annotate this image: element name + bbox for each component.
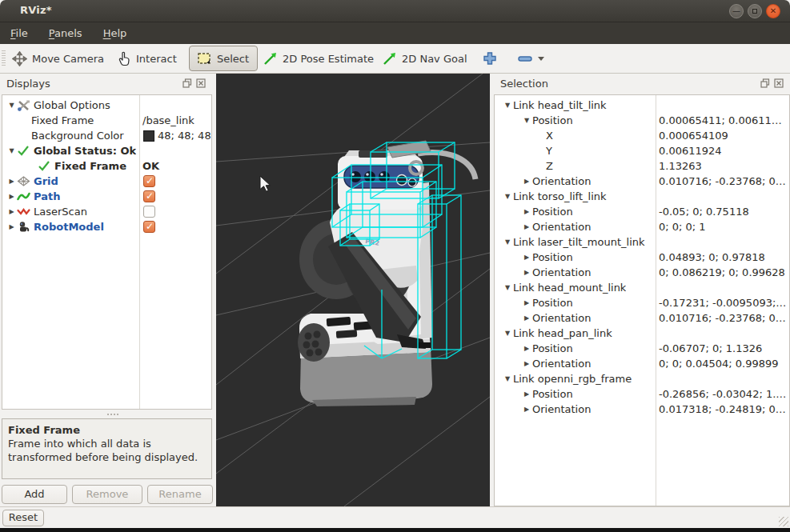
tree-row-position[interactable]: ▶Position-0.05; 0; 0.75118	[495, 204, 789, 219]
expander-icon[interactable]: ▶	[521, 269, 532, 276]
remove-display-button[interactable]: Remove	[72, 485, 142, 504]
add-display-button[interactable]: Add	[2, 485, 67, 504]
tree-row-global-status[interactable]: ▼ Global Status: Ok	[2, 143, 211, 158]
float-panel-icon[interactable]	[760, 78, 770, 88]
tree-row-orientation[interactable]: ▶Orientation0.010716; -0.23768; 0…	[495, 310, 789, 326]
expander-icon[interactable]: ▶	[6, 178, 17, 185]
pose-arrow-icon	[263, 52, 278, 66]
expander-icon[interactable]: ▶	[521, 406, 532, 413]
status-value: OK	[142, 160, 211, 172]
expander-icon[interactable]: ▼	[502, 193, 513, 200]
close-button[interactable]: ✕	[766, 4, 780, 18]
nav-goal-arrow-icon	[383, 52, 397, 66]
expander-icon[interactable]: ▼	[502, 375, 513, 382]
reset-button[interactable]: Reset	[2, 510, 44, 526]
rviz-window: RViz* — ✕ File Panels Help Move Camera	[0, 0, 790, 532]
selection-panel-header[interactable]: Selection	[494, 74, 790, 94]
tree-row-path[interactable]: ▶ Path	[2, 189, 211, 204]
expander-icon[interactable]: ▶	[6, 193, 17, 200]
tree-row-grid[interactable]: ▶ Grid	[2, 174, 211, 189]
tree-row-position[interactable]: ▶Position0.04893; 0; 0.97818	[495, 250, 789, 265]
expander-icon[interactable]: ▶	[6, 208, 17, 215]
robotmodel-enabled-checkbox[interactable]	[143, 221, 155, 233]
expander-icon[interactable]: ▶	[521, 254, 532, 261]
tree-row-robotmodel[interactable]: ▶ RobotModel	[2, 219, 211, 234]
tree-row-link[interactable]: ▼Link laser_tilt_mount_link	[495, 234, 789, 250]
select-tool[interactable]: Select	[189, 46, 258, 71]
expander-icon[interactable]: ▶	[521, 223, 532, 230]
tree-row-link[interactable]: ▼Link openni_rgb_frame	[495, 371, 789, 386]
tree-row-position[interactable]: ▶Position-0.17231; -0.0095093;…	[495, 295, 789, 310]
expander-icon[interactable]: ▼	[502, 330, 513, 337]
tree-row-position[interactable]: ▶Position-0.26856; -0.03042; 1.…	[495, 386, 789, 402]
3d-viewport[interactable]: PR2	[216, 74, 490, 506]
tree-row-position[interactable]: ▶Position-0.06707; 0; 1.1326	[495, 341, 789, 356]
expander-icon[interactable]: ▼	[502, 284, 513, 291]
tree-row-link[interactable]: ▼Link head_mount_link	[495, 280, 789, 295]
close-panel-icon[interactable]	[774, 78, 784, 88]
expander-icon[interactable]: ▶	[521, 390, 532, 398]
maximize-button[interactable]	[748, 4, 762, 18]
expander-icon[interactable]: ▼	[521, 117, 532, 124]
background-color-value[interactable]: 48; 48; 48	[158, 130, 212, 142]
minus-icon	[517, 51, 533, 66]
tree-row-orientation[interactable]: ▶Orientation0; 0; 0.04504; 0.99899	[495, 356, 789, 371]
tree-row-link[interactable]: ▼Link head_tilt_link	[495, 98, 789, 113]
remove-tool-button[interactable]	[517, 44, 544, 73]
expander-icon[interactable]: ▶	[521, 360, 532, 367]
float-panel-icon[interactable]	[182, 78, 192, 88]
grid-display-icon	[17, 175, 31, 188]
expander-icon[interactable]: ▼	[502, 102, 513, 109]
displays-panel-header[interactable]: Displays	[0, 74, 214, 94]
tree-row-laserscan[interactable]: ▶ LaserScan	[2, 204, 211, 219]
tree-row-orientation[interactable]: ▶Orientation0; 0; 0; 1	[495, 219, 789, 234]
color-swatch[interactable]	[143, 130, 154, 142]
pose-estimate-tool[interactable]: 2D Pose Estimate	[263, 44, 374, 73]
tools-icon	[17, 99, 31, 112]
resize-grip[interactable]	[779, 517, 788, 526]
tree-row-global-options[interactable]: ▼ Global Options	[2, 98, 211, 113]
close-panel-icon[interactable]	[196, 78, 206, 88]
tree-row-link[interactable]: ▼Link head_pan_link	[495, 326, 789, 341]
tree-row-status-fixed-frame[interactable]: Fixed Frame OK	[2, 158, 211, 174]
menu-help[interactable]: Help	[103, 27, 127, 39]
tree-row-orientation[interactable]: ▶Orientation0.017318; -0.24819; 0…	[495, 402, 789, 417]
add-tool-button[interactable]	[483, 44, 497, 73]
menu-file[interactable]: File	[10, 27, 28, 39]
expander-icon[interactable]: ▶	[521, 178, 532, 185]
grid-enabled-checkbox[interactable]	[143, 175, 155, 187]
tree-row-link[interactable]: ▼Link torso_lift_link	[495, 189, 789, 204]
expander-icon[interactable]: ▼	[6, 102, 17, 109]
window-title: RViz*	[20, 4, 52, 16]
tree-row-x[interactable]: X0.000654109	[495, 128, 789, 143]
tree-row-orientation[interactable]: ▶Orientation0.010716; -0.23768; 0…	[495, 174, 789, 189]
help-text-line2: transformed before being displayed.	[8, 450, 206, 464]
tool-dropdown-icon[interactable]	[538, 57, 544, 61]
laserscan-enabled-checkbox[interactable]	[143, 206, 155, 218]
expander-icon[interactable]: ▶	[521, 208, 532, 215]
toolbar: Move Camera Interact Select 2D Pose Esti…	[0, 44, 790, 74]
nav-goal-tool[interactable]: 2D Nav Goal	[383, 44, 467, 73]
tree-row-fixed-frame[interactable]: Fixed Frame /base_link	[2, 113, 211, 128]
expander-icon[interactable]: ▶	[521, 299, 532, 306]
menu-panels[interactable]: Panels	[49, 27, 82, 39]
expander-icon[interactable]: ▼	[6, 147, 17, 154]
move-camera-tool[interactable]: Move Camera	[12, 44, 104, 73]
panel-splitter[interactable]	[2, 410, 212, 418]
toolbar-drag-handle[interactable]	[2, 50, 6, 67]
expander-icon[interactable]: ▶	[521, 345, 532, 352]
tree-row-y[interactable]: Y0.00611924	[495, 143, 789, 158]
tree-row-orientation[interactable]: ▶Orientation0; 0.086219; 0; 0.99628	[495, 265, 789, 280]
tree-row-background-color[interactable]: Background Color 48; 48; 48	[2, 128, 211, 143]
tree-row-position[interactable]: ▼Position0.00065411; 0.00611…	[495, 113, 789, 128]
expander-icon[interactable]: ▶	[521, 314, 532, 322]
title-bar[interactable]: RViz* — ✕	[0, 0, 790, 22]
path-enabled-checkbox[interactable]	[143, 190, 155, 202]
tree-row-z[interactable]: Z1.13263	[495, 158, 789, 174]
interact-tool[interactable]: Interact	[118, 44, 177, 73]
expander-icon[interactable]: ▶	[6, 223, 17, 230]
fixed-frame-value[interactable]: /base_link	[142, 114, 211, 126]
expander-icon[interactable]: ▼	[502, 238, 513, 246]
rename-display-button[interactable]: Rename	[147, 485, 213, 504]
minimize-button[interactable]: —	[729, 4, 744, 18]
